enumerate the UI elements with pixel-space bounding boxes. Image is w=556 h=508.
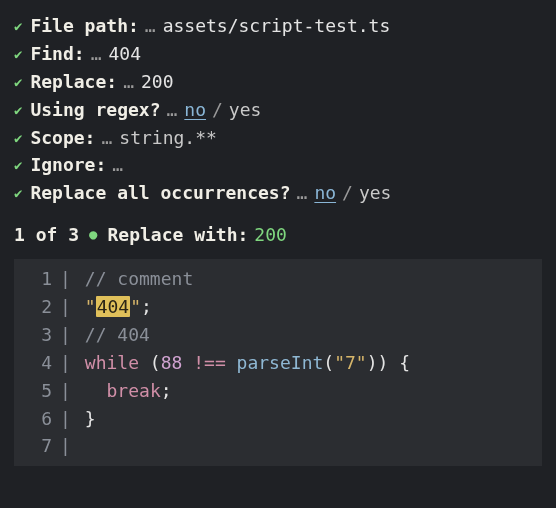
ellipsis: … xyxy=(297,179,309,207)
token: parseInt xyxy=(237,352,324,373)
code-content: // comment xyxy=(85,265,193,293)
line-number: 6 xyxy=(14,405,60,433)
row-file-path: ✔ File path: … assets/script-test.ts xyxy=(14,12,542,40)
gutter-separator: | xyxy=(60,265,85,293)
check-icon: ✔ xyxy=(14,183,22,205)
replace-all-option-no[interactable]: no xyxy=(314,179,336,207)
match-position: 1 of 3 xyxy=(14,221,79,249)
row-replace-all: ✔ Replace all occurrences? … no / yes xyxy=(14,179,542,207)
token: // comment xyxy=(85,268,193,289)
gutter-separator: | xyxy=(60,432,85,460)
token: )) { xyxy=(367,352,410,373)
code-content: while (88 !== parseInt("7")) { xyxy=(85,349,410,377)
token: } xyxy=(85,408,96,429)
code-content: "404"; xyxy=(85,293,152,321)
row-replace: ✔ Replace: … 200 xyxy=(14,68,542,96)
scope-label: Scope: xyxy=(30,124,95,152)
check-icon: ✔ xyxy=(14,16,22,38)
code-line: 5| break; xyxy=(14,377,542,405)
line-number: 4 xyxy=(14,349,60,377)
ellipsis: … xyxy=(166,96,178,124)
code-content: } xyxy=(85,405,96,433)
gutter-separator: | xyxy=(60,377,85,405)
line-number: 7 xyxy=(14,432,60,460)
scope-value[interactable]: string.** xyxy=(119,124,217,152)
match-highlight: 404 xyxy=(96,296,131,317)
code-line: 1|// comment xyxy=(14,265,542,293)
token xyxy=(226,352,237,373)
token: 88 xyxy=(161,352,183,373)
row-scope: ✔ Scope: … string.** xyxy=(14,124,542,152)
option-separator: / xyxy=(342,179,353,207)
ellipsis: … xyxy=(145,12,157,40)
gutter-separator: | xyxy=(60,405,85,433)
gutter-separator: | xyxy=(60,321,85,349)
replace-all-option-yes[interactable]: yes xyxy=(359,179,392,207)
token: ; xyxy=(141,296,152,317)
replace-value[interactable]: 200 xyxy=(141,68,174,96)
line-number: 2 xyxy=(14,293,60,321)
row-find: ✔ Find: … 404 xyxy=(14,40,542,68)
check-icon: ✔ xyxy=(14,128,22,150)
bullet-icon: ● xyxy=(89,224,97,246)
check-icon: ✔ xyxy=(14,72,22,94)
line-number: 3 xyxy=(14,321,60,349)
token: ; xyxy=(161,380,172,401)
code-content: // 404 xyxy=(85,321,150,349)
row-ignore: ✔ Ignore: … xyxy=(14,151,542,179)
token: ( xyxy=(323,352,334,373)
token: ( xyxy=(139,352,161,373)
token: break xyxy=(107,380,161,401)
token: !== xyxy=(193,352,226,373)
gutter-separator: | xyxy=(60,349,85,377)
line-number: 5 xyxy=(14,377,60,405)
ellipsis: … xyxy=(112,151,124,179)
regex-label: Using regex? xyxy=(30,96,160,124)
code-preview: 1|// comment2|"404";3|// 4044|while (88 … xyxy=(14,259,542,466)
token xyxy=(85,380,107,401)
status-value: 200 xyxy=(254,221,287,249)
find-value[interactable]: 404 xyxy=(108,40,141,68)
option-separator: / xyxy=(212,96,223,124)
code-line: 4|while (88 !== parseInt("7")) { xyxy=(14,349,542,377)
token xyxy=(182,352,193,373)
file-path-label: File path: xyxy=(30,12,138,40)
token: "7" xyxy=(334,352,367,373)
check-icon: ✔ xyxy=(14,100,22,122)
ellipsis: … xyxy=(91,40,103,68)
code-line: 2|"404"; xyxy=(14,293,542,321)
find-label: Find: xyxy=(30,40,84,68)
regex-option-no[interactable]: no xyxy=(184,96,206,124)
file-path-value[interactable]: assets/script-test.ts xyxy=(163,12,391,40)
token: while xyxy=(85,352,139,373)
status-label: Replace with: xyxy=(107,221,248,249)
ellipsis: … xyxy=(123,68,135,96)
regex-option-yes[interactable]: yes xyxy=(229,96,262,124)
check-icon: ✔ xyxy=(14,155,22,177)
token: " xyxy=(85,296,96,317)
row-regex: ✔ Using regex? … no / yes xyxy=(14,96,542,124)
ellipsis: … xyxy=(101,124,113,152)
check-icon: ✔ xyxy=(14,44,22,66)
token: // 404 xyxy=(85,324,150,345)
code-line: 3|// 404 xyxy=(14,321,542,349)
code-content: break; xyxy=(85,377,172,405)
gutter-separator: | xyxy=(60,293,85,321)
line-number: 1 xyxy=(14,265,60,293)
code-line: 7| xyxy=(14,432,542,460)
ignore-label: Ignore: xyxy=(30,151,106,179)
replace-label: Replace: xyxy=(30,68,117,96)
code-line: 6|} xyxy=(14,405,542,433)
replace-all-label: Replace all occurrences? xyxy=(30,179,290,207)
status-bar: 1 of 3 ● Replace with: 200 xyxy=(14,221,542,249)
token: " xyxy=(130,296,141,317)
